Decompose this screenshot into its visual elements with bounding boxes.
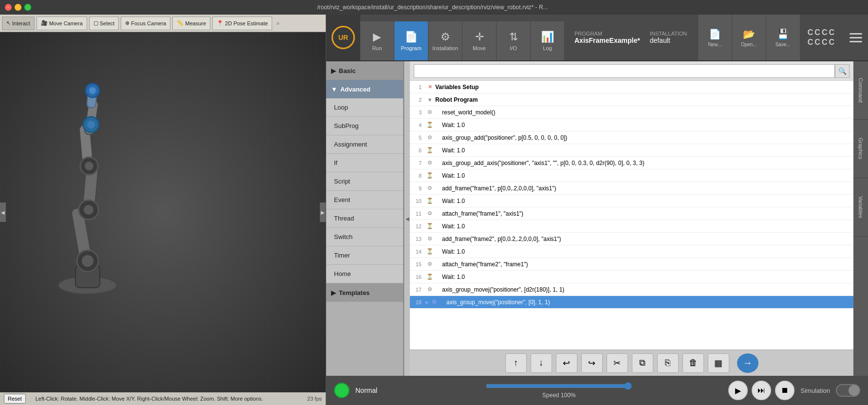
tree-row[interactable]: 13 ⚙ add_frame("frame2", p[0,0.2,.2,0,0,… bbox=[410, 233, 853, 245]
nav-tab-move[interactable]: ✛ Move bbox=[462, 21, 497, 60]
ur-program-info: PROGRAM AxisFrameExample* INSTALLATION d… bbox=[565, 15, 697, 60]
tree-row[interactable]: 1 ✕ Variables Setup bbox=[410, 81, 853, 93]
tree-row[interactable]: 11 ⚙ attach_frame("frame1", "axis1") bbox=[410, 207, 853, 220]
tree-row[interactable]: 10 ⏳ Wait: 1.0 bbox=[410, 195, 853, 207]
sidebar-item-event[interactable]: Event bbox=[326, 191, 403, 209]
sidebar-collapse-handle[interactable]: ◀ bbox=[404, 61, 410, 376]
step-forward-button[interactable]: ⏭ bbox=[752, 381, 771, 400]
select-button[interactable]: ▢ Select bbox=[89, 17, 119, 30]
search-button[interactable]: 🔍 bbox=[835, 64, 850, 78]
robot-arm-svg bbox=[15, 71, 161, 314]
tree-row[interactable]: 4 ⏳ Wait: 1.0 bbox=[410, 119, 853, 131]
new-button[interactable]: 📄 New... bbox=[698, 15, 732, 60]
sidebar-item-thread[interactable]: Thread bbox=[326, 209, 403, 228]
hamburger-menu-button[interactable] bbox=[844, 15, 868, 60]
tree-row[interactable]: 15 ⚙ attach_frame("frame2", "frame1") bbox=[410, 258, 853, 271]
sidebar-item-loop[interactable]: Loop bbox=[326, 98, 403, 117]
search-input[interactable] bbox=[414, 64, 835, 78]
nav-tab-io[interactable]: ⇅ I/O bbox=[497, 21, 531, 60]
installation-value: default bbox=[650, 37, 687, 44]
stop-button[interactable]: ⏹ bbox=[775, 381, 794, 400]
templates-section: ▶ Templates bbox=[326, 283, 403, 302]
simulation-toggle[interactable] bbox=[836, 384, 860, 397]
row-wait-icon: ⏳ bbox=[425, 248, 434, 255]
row-x-icon: ✕ bbox=[425, 84, 434, 90]
tree-row[interactable]: 6 ⏳ Wait: 1.0 bbox=[410, 144, 853, 157]
tree-row-selected[interactable]: 18 ▶ ⚙ axis_group_movej("positioner", [0… bbox=[410, 296, 853, 309]
rviz-collapse-left[interactable]: ◀ bbox=[0, 202, 6, 222]
tree-row[interactable]: 14 ⏳ Wait: 1.0 bbox=[410, 245, 853, 258]
sidebar-item-subprog[interactable]: SubProg bbox=[326, 117, 403, 135]
new-icon: 📄 bbox=[709, 28, 721, 40]
sidebar-item-script[interactable]: Script bbox=[326, 172, 403, 191]
delete-button[interactable]: 🗑 bbox=[683, 353, 704, 373]
rviz-panel: ↖ Interact 🎥 Move Camera ▢ Select ⊕ Focu… bbox=[0, 15, 326, 405]
paste-button[interactable]: ⎘ bbox=[657, 353, 679, 373]
nav-tab-program[interactable]: 📄 Program bbox=[394, 21, 428, 60]
down-arrow-icon: ↓ bbox=[539, 358, 543, 368]
basic-section-header[interactable]: ▶ Basic bbox=[326, 61, 403, 80]
robot-view: ◀ ▶ bbox=[0, 32, 326, 392]
cut-button[interactable]: ✂ bbox=[607, 353, 628, 373]
command-tab[interactable]: Command bbox=[853, 61, 868, 120]
sidebar-item-timer[interactable]: Timer bbox=[326, 246, 403, 265]
row-script-icon: ⚙ bbox=[430, 299, 439, 305]
close-window-button[interactable]: × bbox=[5, 4, 12, 11]
pose-estimate-button[interactable]: 📍 2D Pose Estimate bbox=[212, 17, 272, 30]
nav-tab-run[interactable]: ▶ Run bbox=[360, 21, 394, 60]
sidebar-item-assignment[interactable]: Assignment bbox=[326, 135, 403, 154]
focus-icon: ⊕ bbox=[125, 20, 129, 26]
redo-button[interactable]: ↪ bbox=[581, 353, 603, 373]
more-button[interactable]: ▦ bbox=[708, 353, 729, 373]
minimize-window-button[interactable]: − bbox=[15, 4, 21, 11]
copy-button[interactable]: ⧉ bbox=[632, 353, 653, 373]
variables-tab[interactable]: Variables bbox=[853, 178, 868, 237]
graphics-tab[interactable]: Graphics bbox=[853, 120, 868, 178]
move-up-button[interactable]: ↑ bbox=[505, 353, 527, 373]
nav-tab-log[interactable]: 📊 Log bbox=[531, 21, 565, 60]
hamburger-line-1 bbox=[850, 33, 862, 35]
move-down-button[interactable]: ↓ bbox=[531, 353, 552, 373]
row-wait-icon: ⏳ bbox=[425, 223, 434, 229]
focus-camera-button[interactable]: ⊕ Focus Camera bbox=[121, 17, 170, 30]
tree-row[interactable]: 3 ⚙ reset_world_model() bbox=[410, 106, 853, 119]
advanced-section-header[interactable]: ▼ Advanced bbox=[326, 80, 403, 98]
open-icon: 📂 bbox=[743, 28, 755, 40]
sidebar-item-switch[interactable]: Switch bbox=[326, 228, 403, 246]
tree-row[interactable]: 2 ▼ Robot Program bbox=[410, 93, 853, 106]
next-button[interactable]: → bbox=[737, 353, 758, 373]
tree-row[interactable]: 8 ⏳ Wait: 1.0 bbox=[410, 169, 853, 182]
row-script-icon: ⚙ bbox=[425, 134, 434, 141]
tree-row[interactable]: 17 ⚙ axis_group_movej("positioner", [d2r… bbox=[410, 283, 853, 296]
play-button[interactable]: ▶ bbox=[728, 381, 748, 400]
sidebar-item-if[interactable]: If bbox=[326, 154, 403, 172]
tree-row[interactable]: 5 ⚙ axis_group_add("positioner", p[0.5, … bbox=[410, 131, 853, 144]
tree-row[interactable]: 12 ⏳ Wait: 1.0 bbox=[410, 220, 853, 233]
hamburger-line-3 bbox=[850, 41, 862, 42]
tree-row[interactable]: 9 ⚙ add_frame("frame1", p[0,0,.2,0,0,0],… bbox=[410, 182, 853, 195]
tree-row[interactable]: 7 ⚙ axis_group_add_axis("positioner", "a… bbox=[410, 157, 853, 169]
measure-button[interactable]: 📏 Measure bbox=[172, 17, 210, 30]
save-button[interactable]: 💾 Save... bbox=[766, 15, 800, 60]
open-button[interactable]: 📂 Open... bbox=[732, 15, 766, 60]
program-key: PROGRAM bbox=[574, 31, 640, 37]
ur-logo-area: UR bbox=[326, 15, 360, 60]
templates-section-header[interactable]: ▶ Templates bbox=[326, 283, 403, 302]
stop-icon: ⏹ bbox=[781, 386, 789, 395]
rviz-viewport[interactable]: ◀ ▶ bbox=[0, 32, 326, 392]
ur-nav-tabs: ▶ Run 📄 Program ⚙ Installation ✛ Move ⇅ bbox=[360, 15, 565, 60]
row-script-icon: ⚙ bbox=[425, 210, 434, 217]
interact-button[interactable]: ↖ Interact bbox=[2, 17, 35, 30]
undo-button[interactable]: ↩ bbox=[556, 353, 577, 373]
maximize-window-button[interactable]: □ bbox=[24, 4, 31, 11]
window-controls[interactable]: × − □ bbox=[5, 4, 31, 11]
sidebar-item-home[interactable]: Home bbox=[326, 265, 403, 283]
reset-button[interactable]: Reset bbox=[4, 394, 26, 404]
row-arrow-icon: ▼ bbox=[425, 97, 434, 103]
move-camera-button[interactable]: 🎥 Move Camera bbox=[37, 17, 87, 30]
speed-slider[interactable] bbox=[486, 382, 632, 390]
installation-icon: ⚙ bbox=[441, 31, 450, 43]
rviz-collapse-right[interactable]: ▶ bbox=[320, 202, 326, 222]
tree-row[interactable]: 16 ⏳ Wait: 1.0 bbox=[410, 271, 853, 283]
nav-tab-installation[interactable]: ⚙ Installation bbox=[428, 21, 462, 60]
